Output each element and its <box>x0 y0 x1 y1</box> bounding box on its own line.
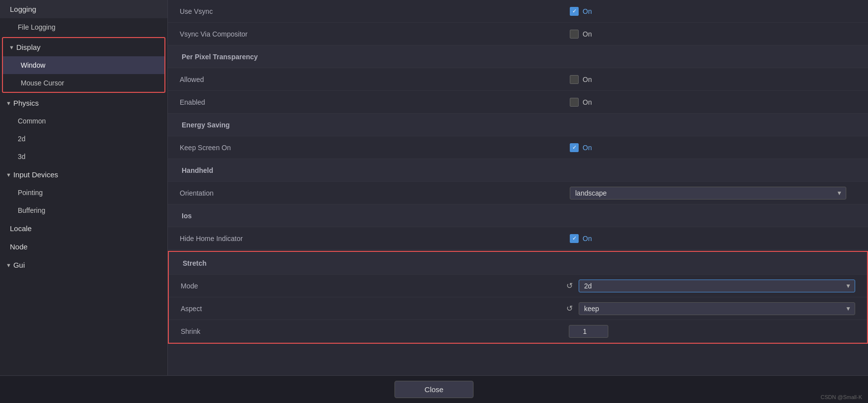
gui-chevron: ▼ <box>6 262 11 268</box>
orientation-select-wrapper: landscape portrait ▼ <box>570 187 846 200</box>
keep-screen-on-value: On <box>570 143 856 152</box>
per-pixel-label: Per Pixel Transparency <box>182 53 856 61</box>
hide-home-indicator-on: On <box>583 235 592 242</box>
bottom-bar: Close <box>0 375 868 403</box>
stretch-label: Stretch <box>183 259 855 267</box>
mode-select[interactable]: 2d viewport disabled <box>579 280 855 292</box>
row-hide-home-indicator: Hide Home Indicator On <box>168 227 868 250</box>
buffering-label: Buffering <box>18 206 45 214</box>
sidebar-item-file-logging[interactable]: File Logging <box>0 18 167 36</box>
2d-label: 2d <box>18 135 26 143</box>
allowed-value: On <box>570 75 856 84</box>
vsync-compositor-on: On <box>583 30 592 38</box>
sidebar-item-common[interactable]: Common <box>0 112 167 130</box>
file-logging-label: File Logging <box>18 23 55 31</box>
aspect-reset-icon[interactable]: ↺ <box>566 304 573 313</box>
input-devices-label: Input Devices <box>13 170 58 179</box>
vsync-compositor-checkbox[interactable] <box>570 30 579 39</box>
mode-select-wrapper: 2d viewport disabled ▼ <box>579 280 855 292</box>
use-vsync-on: On <box>583 7 592 15</box>
keep-screen-on-checkbox[interactable] <box>570 143 579 152</box>
sidebar-item-buffering[interactable]: Buffering <box>0 202 167 219</box>
physics-label: Physics <box>13 99 39 107</box>
sidebar-item-logging[interactable]: Logging <box>0 0 167 18</box>
row-orientation: Orientation landscape portrait ▼ <box>168 182 868 204</box>
gui-label: Gui <box>13 261 25 269</box>
shrink-label: Shrink <box>181 327 569 335</box>
keep-screen-on-on: On <box>583 144 592 152</box>
hide-home-indicator-checkbox[interactable] <box>570 234 579 243</box>
row-vsync-compositor: Vsync Via Compositor On <box>168 23 868 45</box>
sidebar-section-physics[interactable]: ▼ Physics <box>0 94 167 112</box>
orientation-label: Orientation <box>180 189 570 197</box>
allowed-label: Allowed <box>180 76 570 83</box>
ios-label: Ios <box>182 212 856 220</box>
display-label: Display <box>16 43 40 51</box>
row-stretch-header: Stretch <box>169 252 867 275</box>
allowed-on: On <box>583 76 592 83</box>
row-enabled: Enabled On <box>168 91 868 114</box>
stretch-highlighted-section: Stretch Mode ↺ 2d viewport disabled ▼ <box>168 251 868 344</box>
common-label: Common <box>18 117 46 125</box>
sidebar-item-window[interactable]: Window <box>3 56 164 74</box>
sidebar-item-mouse-cursor[interactable]: Mouse Cursor <box>3 74 164 92</box>
vsync-compositor-label: Vsync Via Compositor <box>180 30 570 38</box>
close-button[interactable]: Close <box>395 381 473 398</box>
energy-saving-label: Energy Saving <box>182 121 856 129</box>
use-vsync-label: Use Vsync <box>180 7 570 15</box>
use-vsync-checkbox[interactable] <box>570 7 579 16</box>
row-per-pixel-header: Per Pixel Transparency <box>168 45 868 68</box>
vsync-compositor-value: On <box>570 30 856 39</box>
aspect-select-wrapper: keep expand ignore keep_width keep_heigh… <box>579 302 855 315</box>
mode-label: Mode <box>181 282 566 290</box>
row-mode: Mode ↺ 2d viewport disabled ▼ <box>169 275 867 297</box>
sidebar-item-2d[interactable]: 2d <box>0 130 167 148</box>
row-ios-header: Ios <box>168 204 868 227</box>
enabled-label: Enabled <box>180 98 570 106</box>
pointing-label: Pointing <box>18 189 43 197</box>
handheld-label: Handheld <box>182 166 856 174</box>
mode-reset-icon[interactable]: ↺ <box>566 281 573 290</box>
mouse-cursor-label: Mouse Cursor <box>21 79 64 87</box>
use-vsync-value: On <box>570 7 856 16</box>
sidebar-item-locale[interactable]: Locale <box>0 219 167 238</box>
keep-screen-on-label: Keep Screen On <box>180 144 570 152</box>
window-label: Window <box>21 61 45 69</box>
hide-home-indicator-label: Hide Home Indicator <box>180 235 570 242</box>
content-area: Use Vsync On Vsync Via Compositor On Per… <box>168 0 868 375</box>
sidebar-section-input-devices[interactable]: ▼ Input Devices <box>0 165 167 184</box>
locale-label: Locale <box>10 224 32 233</box>
input-devices-chevron: ▼ <box>6 172 11 178</box>
sidebar-item-pointing[interactable]: Pointing <box>0 184 167 202</box>
row-allowed: Allowed On <box>168 68 868 91</box>
sidebar-item-node[interactable]: Node <box>0 238 167 256</box>
row-handheld-header: Handheld <box>168 159 868 182</box>
aspect-value: ↺ keep expand ignore keep_width keep_hei… <box>566 302 855 315</box>
sidebar-section-gui[interactable]: ▼ Gui <box>0 256 167 274</box>
logging-label: Logging <box>10 5 36 13</box>
mode-value: ↺ 2d viewport disabled ▼ <box>566 280 855 292</box>
shrink-value <box>569 325 855 338</box>
watermark: CSDN @Small-K <box>821 394 862 400</box>
sidebar: Logging File Logging ▼ Display Window Mo… <box>0 0 168 375</box>
3d-label: 3d <box>18 153 26 161</box>
orientation-value: landscape portrait ▼ <box>570 187 856 200</box>
orientation-select[interactable]: landscape portrait <box>570 187 846 200</box>
physics-chevron: ▼ <box>6 100 11 106</box>
allowed-checkbox[interactable] <box>570 75 579 84</box>
row-keep-screen-on: Keep Screen On On <box>168 136 868 159</box>
shrink-input[interactable] <box>569 325 608 338</box>
enabled-value: On <box>570 98 856 107</box>
enabled-checkbox[interactable] <box>570 98 579 107</box>
sidebar-section-display[interactable]: ▼ Display <box>3 38 164 56</box>
aspect-label: Aspect <box>181 305 566 313</box>
row-energy-saving-header: Energy Saving <box>168 114 868 136</box>
enabled-on: On <box>583 98 592 106</box>
aspect-select[interactable]: keep expand ignore keep_width keep_heigh… <box>579 302 855 315</box>
display-section-highlighted: ▼ Display Window Mouse Cursor <box>2 37 165 93</box>
sidebar-item-3d[interactable]: 3d <box>0 148 167 165</box>
row-shrink: Shrink <box>169 320 867 343</box>
row-use-vsync: Use Vsync On <box>168 0 868 23</box>
node-label: Node <box>10 242 28 251</box>
hide-home-indicator-value: On <box>570 234 856 243</box>
